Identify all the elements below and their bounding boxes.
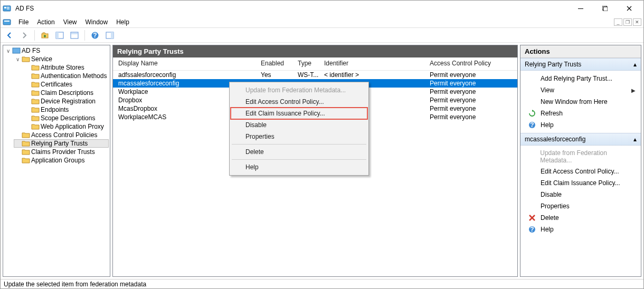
mdi-close-button[interactable]: ✕ [633,18,641,26]
collapse-icon[interactable]: ∨ [15,56,21,62]
tree-device-registration[interactable]: Device Registration [23,97,109,105]
table-row[interactable]: adfssalesforceconfig Yes WS-T... < ident… [113,71,517,79]
mdi-minimize-button[interactable]: _ [614,18,622,26]
action-label: Properties [541,203,570,210]
tree-endpoints[interactable]: Endpoints [23,105,109,114]
actions-list: Add Relying Party Trust... View▶ New Win… [520,71,641,133]
cm-edit-claim-issuance-policy[interactable]: Edit Claim Issuance Policy... [231,108,367,119]
tree-label: Scope Descriptions [41,114,95,122]
col-access-control-policy[interactable]: Access Control Policy [430,60,504,67]
tree-certificates[interactable]: Certificates [23,80,109,89]
tree-label: Claims Provider Trusts [31,148,95,156]
minimize-button[interactable] [569,1,593,16]
svg-text:?: ? [530,121,534,129]
tree-label: Claim Descriptions [41,89,93,97]
svg-rect-1 [4,7,6,8]
menu-window[interactable]: Window [81,17,112,27]
collapse-icon[interactable]: ∨ [5,48,11,54]
cell-acp: Permit everyone [430,71,504,79]
cm-edit-access-control-policy[interactable]: Edit Access Control Policy... [231,96,367,108]
action-label: View [541,86,554,94]
tree-root-adfs[interactable]: ∨ AD FS [4,46,109,55]
action-new-window[interactable]: New Window from Here [520,96,641,108]
svg-rect-7 [3,20,11,25]
col-type[interactable]: Type [298,60,324,67]
cell-identifier: < identifier > [324,71,430,79]
tree-label: AD FS [22,47,40,54]
show-hide-actions-button[interactable] [104,30,116,41]
actions-group-selected-item[interactable]: mcassalesforceconfig ▴ [520,133,641,146]
action-label: Refresh [541,110,563,117]
tree-scope-descriptions[interactable]: Scope Descriptions [23,114,109,122]
action-help[interactable]: ?Help [520,224,641,235]
col-enabled[interactable]: Enabled [261,60,298,67]
action-properties[interactable]: Properties [520,200,641,212]
cm-separator [232,159,366,160]
action-edit-claim-issuance-policy[interactable]: Edit Claim Issuance Policy... [520,177,641,189]
action-edit-access-control-policy[interactable]: Edit Access Control Policy... [520,166,641,177]
action-view[interactable]: View▶ [520,84,641,96]
tree-pane: ∨ AD FS ∨ Service Attribute Stores Authe [3,45,110,277]
adfs-app-icon [3,4,11,13]
folder-icon [31,72,40,80]
tree-web-application-proxy[interactable]: Web Application Proxy [23,122,109,131]
col-identifier[interactable]: Identifier [324,60,430,67]
collapse-up-icon: ▴ [633,136,637,143]
tree-access-control-policies[interactable]: Access Control Policies [14,131,109,139]
tree-authentication-methods[interactable]: Authentication Methods [23,72,109,80]
properties-button[interactable] [69,30,80,41]
tree-attribute-stores[interactable]: Attribute Stores [23,63,109,72]
status-text: Update the selected item from federation… [4,281,146,288]
tree-claims-provider-trusts[interactable]: Claims Provider Trusts [14,148,109,156]
cell-acp: Permit everyone [430,88,504,95]
help-button[interactable]: ? [89,30,101,41]
blank-icon [528,179,536,187]
action-help[interactable]: ?Help [520,119,641,131]
col-display-name[interactable]: Display Name [118,60,261,67]
menu-view[interactable]: View [59,17,81,27]
show-hide-tree-button[interactable] [54,30,65,41]
mdi-restore-button[interactable]: ❐ [623,18,632,26]
collapse-up-icon: ▴ [633,61,637,68]
back-button[interactable] [4,30,15,41]
svg-rect-2 [7,7,10,8]
svg-text:?: ? [530,226,534,233]
svg-rect-4 [578,8,583,9]
context-menu: Update from Federation Metadata... Edit … [229,82,369,176]
cm-help[interactable]: Help [231,161,367,173]
tree-application-groups[interactable]: Application Groups [14,156,109,165]
maximize-button[interactable] [593,1,617,16]
tree-relying-party-trusts[interactable]: Relying Party Trusts [14,139,109,148]
menu-file[interactable]: File [14,17,33,27]
toolbar-separator [84,30,85,41]
folder-icon [31,114,40,122]
menu-action[interactable]: Action [33,17,59,27]
help-icon: ? [528,225,536,234]
cell-acp: Permit everyone [430,97,504,104]
action-delete[interactable]: Delete [520,212,641,224]
action-refresh[interactable]: Refresh [520,108,641,119]
tree-service[interactable]: ∨ Service [14,55,109,63]
forward-button[interactable] [18,30,30,41]
blank-icon [528,202,536,210]
cm-delete[interactable]: Delete [231,146,367,158]
tree-claim-descriptions[interactable]: Claim Descriptions [23,89,109,97]
action-label: Disable [541,191,562,198]
actions-group-rpt[interactable]: Relying Party Trusts ▴ [520,58,641,71]
blank-icon [528,152,536,161]
adfs-icon [12,47,21,54]
titlebar: AD FS [1,1,643,16]
up-folder-button[interactable] [39,30,51,41]
tree-label: Relying Party Trusts [31,140,88,147]
close-button[interactable] [617,1,641,16]
cm-properties[interactable]: Properties [231,131,367,142]
actions-group-label: Relying Party Trusts [525,61,581,68]
cm-separator [232,144,366,144]
window-controls [569,1,641,16]
folder-icon [31,81,40,88]
action-disable[interactable]: Disable [520,189,641,200]
cm-disable[interactable]: Disable [231,119,367,131]
menu-help[interactable]: Help [112,17,134,27]
action-add-relying-party-trust[interactable]: Add Relying Party Trust... [520,73,641,84]
actions-title: Actions [520,45,641,58]
